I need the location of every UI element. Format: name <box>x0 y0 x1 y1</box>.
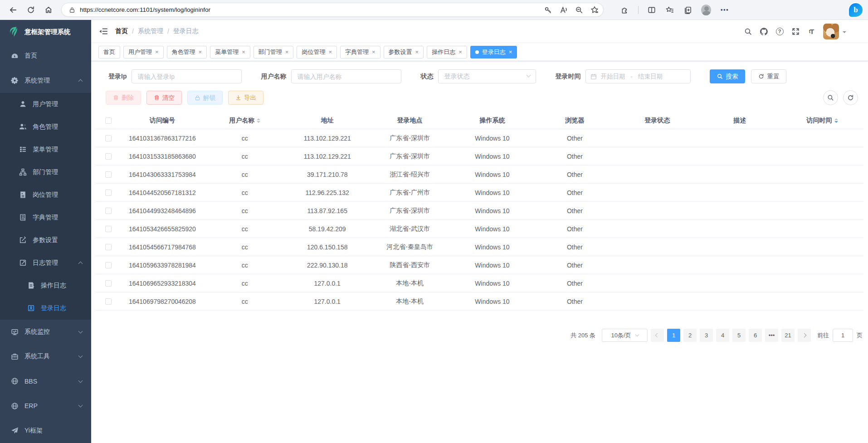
goto-page-input[interactable] <box>833 329 853 342</box>
unlock-button[interactable]: 解锁 <box>187 91 223 105</box>
close-icon[interactable]: × <box>415 49 419 55</box>
password-key-icon[interactable] <box>544 6 552 14</box>
row-checkbox[interactable] <box>105 135 112 141</box>
prev-page-button[interactable] <box>651 329 664 342</box>
github-icon[interactable] <box>759 27 768 36</box>
page-ellipsis[interactable]: ••• <box>765 329 778 342</box>
close-icon[interactable]: × <box>372 49 375 55</box>
browser-refresh-icon[interactable] <box>26 5 36 15</box>
sidebar-item-monitor[interactable]: 系统监控 <box>0 320 91 344</box>
extensions-icon[interactable] <box>620 5 630 15</box>
tab-user-management[interactable]: 用户管理× <box>123 46 164 58</box>
close-icon[interactable]: × <box>458 49 462 55</box>
row-checkbox[interactable] <box>105 280 112 287</box>
add-favorite-star-icon[interactable] <box>590 6 599 14</box>
browser-home-icon[interactable] <box>44 5 54 15</box>
user-name-input[interactable] <box>291 69 401 83</box>
browser-settings-icon[interactable]: ⋯ <box>719 5 729 15</box>
header-user-name[interactable]: 用户名称 <box>204 117 286 125</box>
status-select[interactable]: 登录状态 <box>438 69 536 83</box>
sidebar-item-posts[interactable]: 岗位管理 <box>0 184 91 206</box>
collections-icon[interactable] <box>683 5 693 15</box>
sidebar-item-tools[interactable]: 系统工具 <box>0 344 91 369</box>
sidebar-item-login-log[interactable]: 登录日志 <box>0 297 91 320</box>
page-button-21[interactable]: 21 <box>781 329 795 342</box>
date-range-picker[interactable]: 开始日期 - 结束日期 <box>585 69 691 83</box>
sidebar-item-operation-log[interactable]: 操作日志 <box>0 274 91 297</box>
clear-button[interactable]: 清空 <box>146 91 182 105</box>
page-button-5[interactable]: 5 <box>732 329 746 342</box>
font-size-icon[interactable]: tT <box>807 27 816 36</box>
row-checkbox[interactable] <box>105 226 112 232</box>
close-icon[interactable]: × <box>242 49 245 55</box>
login-ip-input[interactable] <box>132 69 242 83</box>
tab-operation-log[interactable]: 操作日志× <box>427 46 467 58</box>
row-checkbox[interactable] <box>105 153 112 160</box>
delete-button[interactable]: 删除 <box>106 91 141 105</box>
address-bar[interactable]: https://ccnetcore.com:1101/system/log/lo… <box>61 3 604 17</box>
close-icon[interactable]: × <box>509 49 512 55</box>
sidebar-item-yi-framework[interactable]: Yi框架 <box>0 419 91 443</box>
sidebar-item-home[interactable]: 首页 <box>0 44 91 68</box>
tab-dept-management[interactable]: 部门管理× <box>254 46 294 58</box>
reset-button[interactable]: 重置 <box>751 69 786 83</box>
sidebar-item-roles[interactable]: 角色管理 <box>0 116 91 138</box>
close-icon[interactable]: × <box>155 49 159 55</box>
tab-login-log[interactable]: 登录日志× <box>470 46 517 58</box>
search-icon[interactable] <box>743 27 752 36</box>
row-checkbox[interactable] <box>105 262 112 268</box>
close-icon[interactable]: × <box>285 49 289 55</box>
refresh-table-icon[interactable] <box>843 90 858 105</box>
page-button-1[interactable]: 1 <box>667 329 680 342</box>
tab-parameter-settings[interactable]: 参数设置× <box>384 46 424 58</box>
breadcrumb-system[interactable]: 系统管理 <box>138 27 163 35</box>
toggle-search-icon[interactable] <box>823 90 838 105</box>
zoom-out-icon[interactable] <box>575 6 583 14</box>
tab-menu-management[interactable]: 菜单管理× <box>210 46 250 58</box>
avatar-caret-down-icon[interactable] <box>843 31 846 35</box>
search-button[interactable]: 搜索 <box>710 69 745 83</box>
url-text[interactable]: https://ccnetcore.com:1101/system/log/lo… <box>80 6 537 13</box>
fullscreen-icon[interactable] <box>791 27 800 36</box>
sidebar-item-parameters[interactable]: 参数设置 <box>0 229 91 252</box>
page-button-6[interactable]: 6 <box>749 329 762 342</box>
browser-back-icon[interactable] <box>8 5 18 15</box>
header-visit-time[interactable]: 访问时间 <box>781 117 863 125</box>
sort-carets-icon[interactable] <box>257 117 260 125</box>
profile-avatar-icon[interactable] <box>701 5 711 15</box>
next-page-button[interactable] <box>798 329 811 342</box>
row-checkbox[interactable] <box>105 208 112 214</box>
row-checkbox[interactable] <box>105 244 112 250</box>
sidebar-item-erp[interactable]: ERP <box>0 394 91 418</box>
sidebar-item-bbs[interactable]: BBS <box>0 369 91 394</box>
close-icon[interactable]: × <box>199 49 202 55</box>
user-avatar[interactable] <box>823 24 839 39</box>
breadcrumb-home[interactable]: 首页 <box>115 27 128 35</box>
help-icon[interactable]: ? <box>775 27 784 36</box>
row-checkbox[interactable] <box>105 190 112 196</box>
favorites-bar-icon[interactable] <box>665 5 675 15</box>
sidebar-fold-icon[interactable] <box>98 26 108 36</box>
sidebar-item-dictionary[interactable]: 字典管理 <box>0 206 91 229</box>
tab-dict-management[interactable]: 字典管理× <box>340 46 380 58</box>
close-icon[interactable]: × <box>328 49 332 55</box>
page-button-2[interactable]: 2 <box>683 329 697 342</box>
page-button-4[interactable]: 4 <box>716 329 729 342</box>
row-checkbox[interactable] <box>105 298 112 305</box>
page-button-3[interactable]: 3 <box>700 329 713 342</box>
bing-chat-icon[interactable]: b <box>849 3 863 17</box>
sidebar-item-users[interactable]: 用户管理 <box>0 93 91 116</box>
sidebar-item-menus[interactable]: 菜单管理 <box>0 138 91 161</box>
split-screen-icon[interactable] <box>647 5 657 15</box>
sidebar-item-departments[interactable]: 部门管理 <box>0 161 91 184</box>
tab-post-management[interactable]: 岗位管理× <box>297 46 337 58</box>
export-button[interactable]: 导出 <box>228 91 263 105</box>
tab-home[interactable]: 首页 <box>98 46 120 58</box>
sidebar-item-system[interactable]: 系统管理 <box>0 68 91 92</box>
sidebar-item-log-management[interactable]: 日志管理 <box>0 252 91 274</box>
tab-role-management[interactable]: 角色管理× <box>167 46 207 58</box>
sort-carets-icon[interactable] <box>834 117 838 125</box>
page-size-select[interactable]: 10条/页 <box>602 329 648 342</box>
select-all-checkbox[interactable] <box>105 117 112 124</box>
row-checkbox[interactable] <box>105 171 112 178</box>
